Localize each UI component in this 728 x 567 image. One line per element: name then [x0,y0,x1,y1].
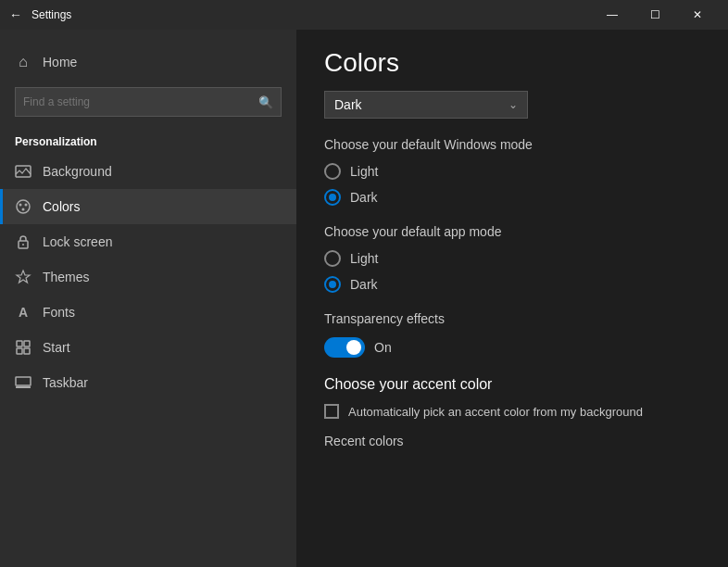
svg-rect-8 [24,341,30,346]
svg-rect-12 [16,386,31,388]
fonts-icon: A [15,304,31,321]
minimize-button[interactable]: — [591,0,634,30]
sidebar-header: ⌂ Home 🔍 [0,30,296,124]
dropdown-container: Dark ⌄ [324,91,700,119]
themes-label: Themes [43,270,90,284]
taskbar-icon [15,374,31,391]
svg-rect-10 [24,348,30,354]
app-mode-heading: Choose your default app mode [324,224,700,239]
app-dark-radio-inner [329,281,336,288]
lock-screen-icon [15,233,31,250]
background-label: Background [43,164,112,179]
search-box[interactable]: 🔍 [15,87,282,117]
app-light-label: Light [350,251,378,266]
svg-point-3 [25,204,28,207]
start-icon [15,339,31,356]
windows-mode-light[interactable]: Light [324,163,700,180]
svg-rect-9 [17,348,22,354]
themes-icon [15,269,31,285]
back-button[interactable]: ← [9,7,22,22]
nav-item-lock-screen[interactable]: Lock screen [0,224,296,259]
app-mode-radio-group: Light Dark [324,250,700,293]
recent-colors-label: Recent colors [324,434,700,448]
sidebar: ⌂ Home 🔍 Personalization Background [0,30,296,567]
colors-label: Colors [43,199,80,214]
svg-point-1 [17,200,30,213]
windows-dark-radio[interactable] [324,189,341,206]
dropdown-value: Dark [334,97,362,112]
app-mode-light[interactable]: Light [324,250,700,267]
nav-item-themes[interactable]: Themes [0,259,296,295]
close-button[interactable]: ✕ [676,0,719,30]
transparency-heading: Transparency effects [324,311,700,326]
mode-dropdown[interactable]: Dark ⌄ [324,91,528,119]
app-mode-dark[interactable]: Dark [324,276,700,293]
windows-dark-radio-inner [329,194,336,201]
svg-point-4 [22,208,25,211]
nav-item-fonts[interactable]: A Fonts [0,295,296,330]
auto-accent-checkbox[interactable] [324,404,339,419]
title-bar-controls: — ☐ ✕ [591,0,719,30]
nav-item-colors[interactable]: Colors [0,189,296,224]
nav-item-taskbar[interactable]: Taskbar [0,365,296,400]
page-title: Colors [324,48,700,78]
app-dark-radio[interactable] [324,276,341,293]
fonts-label: Fonts [43,305,75,320]
home-icon: ⌂ [15,54,31,70]
svg-point-2 [19,204,22,207]
main-layout: ⌂ Home 🔍 Personalization Background [0,30,728,567]
search-icon: 🔍 [258,95,273,109]
windows-light-radio[interactable] [324,163,341,180]
svg-rect-7 [17,341,22,346]
accent-color-heading: Choose your accent color [324,376,700,393]
transparency-toggle-label: On [374,340,392,355]
background-icon [15,163,31,180]
taskbar-label: Taskbar [43,375,88,390]
maximize-button[interactable]: ☐ [634,0,676,30]
home-label: Home [43,55,77,69]
transparency-toggle-row: On [324,337,700,358]
windows-mode-radio-group: Light Dark [324,163,700,206]
colors-icon [15,198,31,215]
windows-dark-label: Dark [350,190,378,205]
title-bar: ← Settings — ☐ ✕ [0,0,728,30]
search-input[interactable] [23,95,253,108]
auto-accent-checkbox-row[interactable]: Automatically pick an accent color from … [324,404,700,419]
toggle-thumb [346,340,361,355]
nav-item-start[interactable]: Start [0,330,296,365]
app-light-radio[interactable] [324,250,341,267]
svg-point-6 [22,244,24,246]
content-area: Colors Dark ⌄ Choose your default Window… [296,30,728,567]
nav-item-background[interactable]: Background [0,154,296,189]
title-bar-left: ← Settings [9,7,71,22]
auto-accent-label: Automatically pick an accent color from … [348,405,643,419]
windows-mode-heading: Choose your default Windows mode [324,137,700,152]
lock-screen-label: Lock screen [43,234,112,249]
transparency-toggle[interactable] [324,337,365,358]
chevron-down-icon: ⌄ [508,98,518,111]
nav-item-home[interactable]: ⌂ Home [15,44,282,80]
svg-rect-11 [16,377,31,385]
start-label: Start [43,340,70,355]
title-bar-title: Settings [31,8,71,21]
windows-light-label: Light [350,164,378,179]
app-dark-label: Dark [350,277,378,292]
windows-mode-dark[interactable]: Dark [324,189,700,206]
section-label: Personalization [0,124,296,154]
